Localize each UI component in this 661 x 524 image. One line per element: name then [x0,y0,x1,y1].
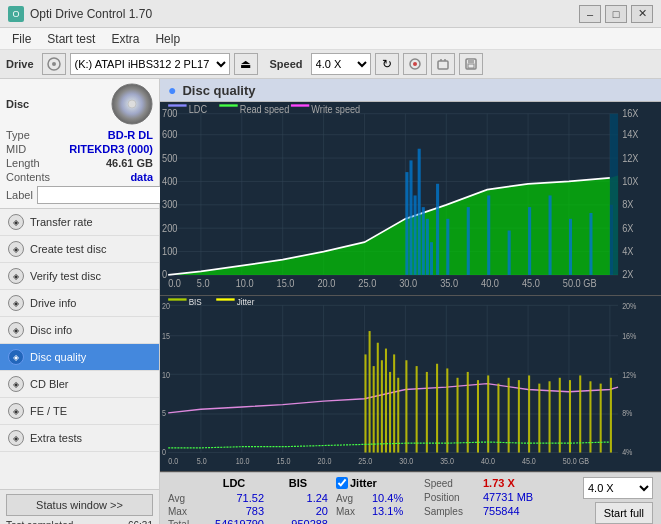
drive-icon-btn [42,53,66,75]
jitter-max-value: 13.1% [372,505,403,517]
sidebar-item-drive-info[interactable]: ◈ Drive info [0,290,159,317]
maximize-button[interactable]: □ [605,5,627,23]
svg-rect-79 [589,213,592,275]
speed-stat-label: Speed [424,478,479,489]
disc-quality-header-icon: ● [168,82,176,98]
svg-text:400: 400 [162,175,178,187]
svg-rect-132 [397,378,399,453]
svg-rect-145 [528,375,530,452]
eject-button[interactable]: ⏏ [234,53,258,75]
svg-rect-153 [610,378,612,453]
disc-type-row: Type BD-R DL [6,129,153,141]
svg-rect-134 [416,366,418,452]
svg-text:5.0: 5.0 [197,277,210,289]
close-button[interactable]: ✕ [631,5,653,23]
svg-rect-101 [216,298,234,300]
speed-stats-select[interactable]: 4.0 X 1.0 X 2.0 X 8.0 X [583,477,653,499]
max-ldc-value: 783 [204,505,264,517]
refresh-button[interactable]: ↻ [375,53,399,75]
save-button[interactable] [459,53,483,75]
status-window-label: Status window >> [36,499,123,511]
svg-rect-7 [468,64,474,68]
disc-contents-label: Contents [6,171,50,183]
app-title: Opti Drive Control 1.70 [30,7,152,21]
svg-text:50.0 GB: 50.0 GB [563,457,589,467]
disc-type-value: BD-R DL [108,129,153,141]
svg-rect-125 [369,331,371,452]
menu-start-test[interactable]: Start test [39,30,103,48]
jitter-avg-value: 10.4% [372,492,403,504]
svg-rect-30 [168,104,186,106]
svg-rect-136 [436,364,438,453]
svg-rect-150 [579,375,581,452]
transfer-rate-icon: ◈ [8,214,24,230]
disc-info-icon: ◈ [8,322,24,338]
svg-text:300: 300 [162,199,178,211]
start-full-button[interactable]: Start full [595,502,653,524]
speed-select-toolbar[interactable]: 4.0 X 1.0 X 2.0 X 8.0 X [311,53,371,75]
svg-rect-66 [414,195,417,274]
charts-area: LDC Read speed Write speed 0 100 200 300… [160,102,661,472]
svg-text:20.0: 20.0 [317,457,331,467]
svg-text:200: 200 [162,222,178,234]
create-test-disc-icon: ◈ [8,241,24,257]
burn-button[interactable] [403,53,427,75]
svg-text:20%: 20% [622,301,636,311]
svg-rect-141 [487,375,489,452]
drive-select[interactable]: (K:) ATAPI iHBS312 2 PL17 [70,53,230,75]
svg-rect-82 [160,296,661,471]
svg-text:40.0: 40.0 [481,277,499,289]
stats-footer: LDC BIS Avg 71.52 1.24 Max 783 20 Tota [160,472,661,524]
svg-rect-147 [549,381,551,452]
fe-te-icon: ◈ [8,403,24,419]
erase-button[interactable] [431,53,455,75]
svg-point-1 [52,62,56,66]
svg-rect-6 [468,59,474,63]
minimize-button[interactable]: – [579,5,601,23]
jitter-checkbox[interactable] [336,477,348,489]
disc-type-label: Type [6,129,30,141]
svg-rect-76 [528,207,531,275]
menu-help[interactable]: Help [147,30,188,48]
svg-rect-75 [508,231,511,275]
svg-rect-124 [364,354,366,452]
sidebar-item-fe-te[interactable]: ◈ FE / TE [0,398,159,425]
speed-stat-value: 1.73 X [483,477,515,489]
svg-text:6X: 6X [622,222,634,234]
svg-rect-138 [457,378,459,453]
svg-text:25.0: 25.0 [358,277,376,289]
title-bar: O Opti Drive Control 1.70 – □ ✕ [0,0,661,28]
top-chart-container: LDC Read speed Write speed 0 100 200 300… [160,102,661,296]
svg-rect-70 [430,242,433,275]
avg-label: Avg [168,493,200,504]
disc-label-input[interactable] [37,186,166,204]
svg-text:15: 15 [162,332,170,342]
jitter-max-label: Max [336,506,368,517]
status-progress-area: Test completed 66:31 100.0% [6,520,153,524]
content-area: ● Disc quality [160,79,661,524]
sidebar-item-verify-test-disc[interactable]: ◈ Verify test disc [0,263,159,290]
svg-text:100: 100 [162,245,178,257]
bottom-chart: BIS Jitter 0 5 10 15 20 4% 8% 12% 16% 20… [160,296,661,471]
window-controls: – □ ✕ [579,5,653,23]
svg-rect-81 [610,114,618,275]
svg-text:30.0: 30.0 [399,457,413,467]
svg-rect-69 [426,219,429,275]
svg-text:LDC: LDC [189,103,207,115]
svg-text:500: 500 [162,152,178,164]
menu-file[interactable]: File [4,30,39,48]
svg-rect-146 [538,383,540,452]
status-window-button[interactable]: Status window >> [6,494,153,516]
sidebar: Disc [0,79,160,524]
max-bis-value: 20 [268,505,328,517]
sidebar-item-extra-tests[interactable]: ◈ Extra tests [0,425,159,452]
svg-text:700: 700 [162,108,178,120]
sidebar-item-cd-bler[interactable]: ◈ CD Bler [0,371,159,398]
sidebar-item-create-test-disc[interactable]: ◈ Create test disc [0,236,159,263]
sidebar-item-transfer-rate[interactable]: ◈ Transfer rate [0,209,159,236]
svg-rect-65 [409,160,412,274]
svg-text:20.0: 20.0 [317,277,335,289]
menu-extra[interactable]: Extra [103,30,147,48]
sidebar-item-disc-info[interactable]: ◈ Disc info [0,317,159,344]
sidebar-item-disc-quality[interactable]: ◈ Disc quality [0,344,159,371]
